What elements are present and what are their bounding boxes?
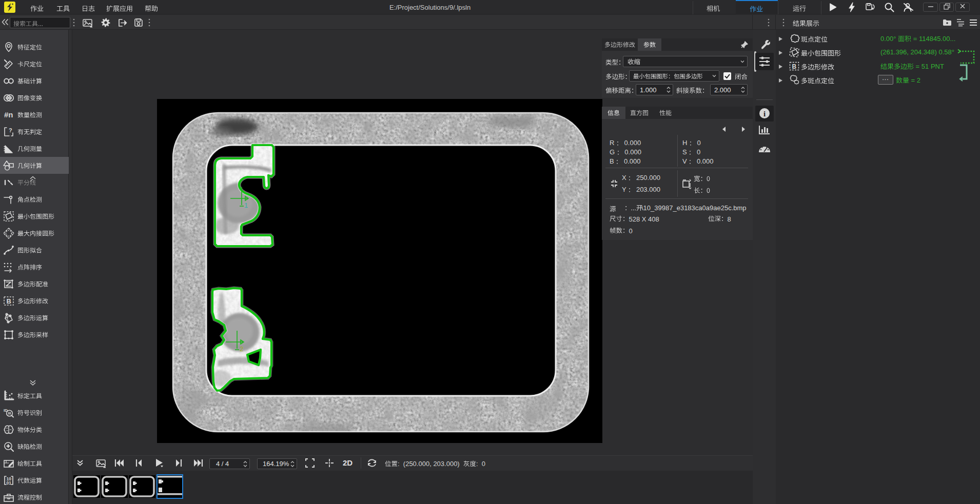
svg-text:#n: #n <box>4 110 13 119</box>
svg-text:01: 01 <box>7 480 12 486</box>
svg-text:1: 1 <box>244 201 248 209</box>
svg-text:?: ? <box>9 127 12 133</box>
svg-text:B: B <box>792 63 797 70</box>
svg-text:2: 2 <box>240 345 243 353</box>
svg-text:B: B <box>7 297 11 305</box>
svg-text:i: i <box>763 110 766 118</box>
